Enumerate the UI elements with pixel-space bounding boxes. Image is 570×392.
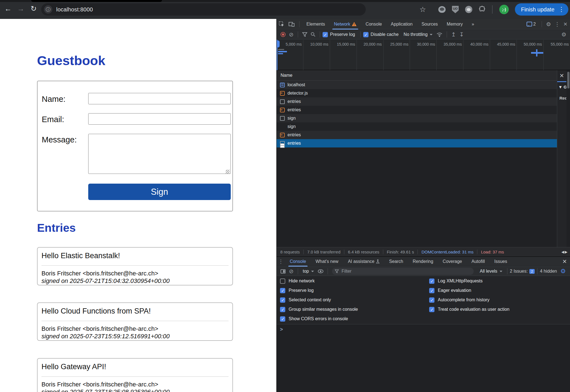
issues-bubble-icon[interactable]	[527, 22, 532, 26]
tab-network[interactable]: Network	[330, 19, 361, 29]
ublock-extension-icon[interactable]: UO	[451, 5, 460, 14]
sign-button[interactable]: Sign	[88, 184, 231, 200]
close-drawer-icon[interactable]: ✕	[562, 258, 567, 265]
tab-application[interactable]: Application	[386, 19, 417, 29]
issues-counter[interactable]: 2 Issues: 2	[510, 269, 535, 274]
settings-gear-icon[interactable]: ⚙	[546, 21, 551, 28]
scrollbar-thumb[interactable]	[567, 72, 569, 88]
tab-memory[interactable]: Memory	[442, 19, 467, 29]
drawer-tab-rendering[interactable]: Rendering	[408, 257, 438, 267]
more-tabs-icon[interactable]: »	[467, 19, 479, 29]
site-info-icon[interactable]: ⓘ	[44, 5, 52, 14]
finish-update-button[interactable]: Finish update ⋮	[515, 3, 568, 16]
browser-menu-icon[interactable]: ⋮	[558, 6, 564, 13]
record-network-log-icon[interactable]	[281, 32, 286, 37]
filter-funnel-icon[interactable]	[302, 32, 307, 37]
preserve-log-label[interactable]: Preserve log	[330, 32, 355, 37]
drawer-tab-whats-new[interactable]: What's new	[311, 257, 343, 267]
table-row-selected[interactable]: entries	[277, 139, 557, 147]
message-field[interactable]	[88, 134, 231, 174]
drawer-tab-search[interactable]: Search	[384, 257, 408, 267]
table-row[interactable]: entries	[277, 131, 557, 139]
details-scrollbar[interactable]	[566, 70, 570, 247]
general-section-header[interactable]: ▼ Gen	[558, 85, 566, 89]
network-settings-gear-icon[interactable]: ⚙	[561, 31, 566, 38]
forward-button[interactable]: →	[14, 2, 27, 15]
setting-autocomplete-history[interactable]: Autocomplete from history	[429, 295, 509, 305]
requests-name-header[interactable]: Name	[277, 70, 557, 81]
tab-sources[interactable]: Sources	[417, 19, 442, 29]
table-row[interactable]: sign	[277, 122, 557, 131]
console-settings-gear-icon[interactable]: ⚙	[560, 268, 566, 275]
console-sidebar-toggle-icon[interactable]	[281, 269, 286, 273]
log-levels-dropdown[interactable]: All levels	[480, 269, 502, 274]
setting-preserve-log[interactable]: Preserve log	[280, 286, 358, 295]
checkbox[interactable]	[429, 307, 434, 312]
privacy-badger-extension-icon[interactable]	[437, 5, 447, 14]
table-row[interactable]: entries	[277, 106, 557, 114]
checkbox[interactable]	[429, 297, 434, 303]
address-bar[interactable]: ⓘ localhost:8000	[41, 3, 366, 16]
inspect-element-icon[interactable]	[277, 19, 287, 29]
scroll-arrows-icon[interactable]: ◀▶	[561, 250, 568, 254]
checkbox[interactable]	[280, 288, 285, 293]
setting-eager-evaluation[interactable]: Eager evaluation	[429, 286, 509, 295]
clear-network-log-icon[interactable]: ⊘	[289, 31, 294, 38]
back-button[interactable]: ←	[2, 2, 14, 15]
overview-drag-handle[interactable]	[277, 40, 280, 48]
setting-show-cors[interactable]: Show CORS errors in console	[280, 314, 358, 324]
hidden-messages-count[interactable]: 4 hidden	[540, 269, 557, 274]
email-field[interactable]	[88, 113, 231, 125]
table-row[interactable]: sign	[277, 114, 557, 122]
import-har-icon[interactable]: ↥	[451, 31, 456, 38]
context-selector[interactable]: top	[303, 269, 314, 274]
setting-hide-network[interactable]: Hide network	[280, 276, 358, 286]
drawer-tab-coverage[interactable]: Coverage	[438, 257, 467, 267]
textarea-resize-handle[interactable]	[226, 170, 230, 174]
clear-console-icon[interactable]: ⊘	[289, 268, 294, 275]
console-prompt-chevron[interactable]: >	[280, 327, 283, 332]
setting-log-xhr[interactable]: Log XMLHttpRequests	[429, 276, 509, 286]
tab-console[interactable]: Console	[361, 19, 386, 29]
setting-selected-context[interactable]: Selected context only	[280, 295, 358, 305]
disable-cache-label[interactable]: Disable cache	[371, 32, 399, 37]
profile-avatar[interactable]: ;-)	[499, 5, 509, 14]
drawer-tab-issues[interactable]: Issues	[490, 257, 512, 267]
console-filter[interactable]	[332, 268, 474, 275]
issues-count[interactable]: 2	[533, 22, 536, 27]
drawer-tab-autofill[interactable]: Autofill	[467, 257, 490, 267]
network-conditions-icon[interactable]	[436, 32, 443, 37]
checkbox[interactable]	[280, 307, 285, 312]
setting-user-action[interactable]: Treat code evaluation as user action	[429, 305, 509, 314]
network-overview-timeline[interactable]: 5,000 ms 10,000 ms 15,000 ms 20,000 ms 2…	[277, 40, 570, 70]
export-har-icon[interactable]: ↧	[459, 31, 464, 38]
table-row[interactable]: localhost	[277, 81, 557, 89]
disable-cache-checkbox[interactable]	[363, 32, 368, 37]
drawer-menu-icon[interactable]: ⋮	[277, 257, 285, 267]
bookmark-star-icon[interactable]: ☆	[418, 5, 428, 14]
drawer-tab-ai-assistance[interactable]: AI assistance	[343, 257, 384, 267]
checkbox[interactable]	[429, 278, 434, 284]
live-expression-eye-icon[interactable]	[318, 269, 323, 273]
table-row[interactable]: entries	[277, 97, 557, 106]
drawer-tab-console[interactable]: Console	[285, 257, 311, 267]
checkbox[interactable]	[280, 316, 285, 322]
monkey-extension-icon[interactable]	[464, 5, 473, 14]
preserve-log-checkbox[interactable]	[323, 32, 328, 37]
setting-group-similar[interactable]: Group similar messages in console	[280, 305, 358, 314]
search-icon[interactable]	[311, 32, 316, 37]
name-field[interactable]	[88, 93, 231, 104]
throttling-dropdown[interactable]: No throttling	[404, 32, 433, 37]
console-filter-input[interactable]	[341, 268, 471, 274]
tab-elements[interactable]: Elements	[302, 19, 330, 29]
checkbox[interactable]	[429, 288, 434, 293]
extensions-puzzle-icon[interactable]	[477, 5, 487, 14]
checkbox[interactable]	[280, 297, 285, 303]
reload-button[interactable]: ↻	[27, 2, 40, 15]
device-toolbar-icon[interactable]	[287, 19, 297, 29]
devtools-menu-icon[interactable]: ⋮	[554, 21, 560, 28]
checkbox[interactable]	[280, 278, 285, 284]
url-text[interactable]: localhost:8000	[56, 6, 93, 13]
close-devtools-icon[interactable]: ✕	[563, 21, 567, 27]
close-details-icon[interactable]: ✕	[559, 72, 564, 79]
